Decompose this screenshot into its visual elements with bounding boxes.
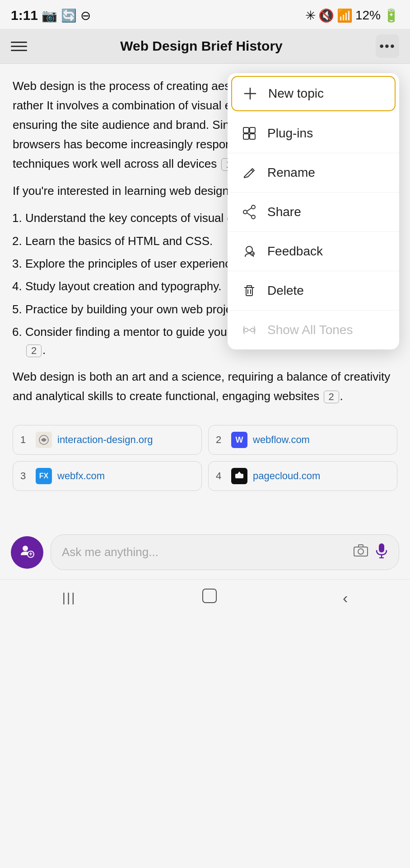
svg-line-23: [247, 208, 252, 211]
show-all-tones-label: Show All Tones: [267, 323, 353, 337]
dropdown-item-delete[interactable]: Delete: [228, 271, 399, 311]
tones-icon: [241, 322, 257, 338]
svg-point-21: [243, 210, 247, 214]
dropdown-item-share[interactable]: Share: [228, 193, 399, 232]
plugins-icon: [241, 126, 257, 141]
svg-rect-17: [243, 134, 249, 139]
dropdown-item-new-topic[interactable]: New topic: [231, 76, 396, 111]
new-topic-label: New topic: [268, 86, 324, 101]
delete-icon: [241, 283, 257, 298]
dropdown-item-show-all-tones[interactable]: Show All Tones: [228, 311, 399, 349]
svg-rect-15: [243, 127, 249, 133]
feedback-icon: [241, 244, 257, 259]
svg-line-24: [247, 213, 252, 216]
feedback-label: Feedback: [267, 244, 323, 259]
rename-label: Rename: [267, 165, 315, 180]
share-icon: [241, 204, 257, 220]
svg-line-19: [251, 170, 253, 171]
dropdown-item-rename[interactable]: Rename: [228, 153, 399, 193]
svg-rect-28: [246, 288, 252, 296]
svg-point-32: [251, 328, 254, 332]
dropdown-menu: New topic Plug-ins Rename: [228, 73, 399, 349]
dropdown-item-feedback[interactable]: Feedback: [228, 232, 399, 271]
new-topic-icon: [242, 86, 258, 101]
svg-rect-18: [250, 134, 255, 139]
rename-icon: [241, 165, 257, 180]
svg-rect-16: [250, 127, 255, 133]
svg-point-20: [252, 205, 255, 209]
plugins-label: Plug-ins: [267, 126, 313, 141]
share-label: Share: [267, 205, 301, 219]
svg-point-31: [244, 328, 248, 332]
dropdown-item-plugins[interactable]: Plug-ins: [228, 114, 399, 153]
delete-label: Delete: [267, 283, 304, 298]
svg-point-22: [252, 215, 255, 219]
